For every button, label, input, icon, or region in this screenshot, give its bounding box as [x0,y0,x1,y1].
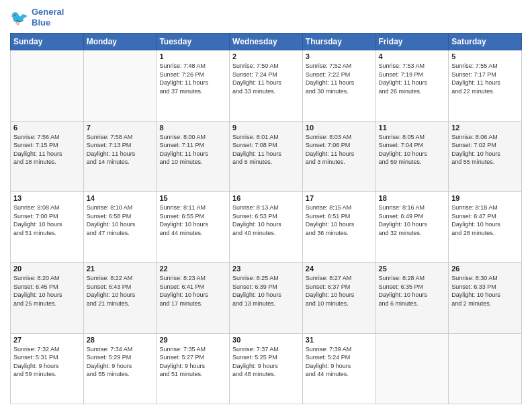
calendar-weekday-header: Sunday [11,34,84,50]
logo-bird-icon: 🐦 [10,8,29,27]
day-number: 28 [87,336,154,344]
day-number: 10 [306,124,373,132]
calendar-week-row: 6Sunrise: 7:56 AM Sunset: 7:15 PM Daylig… [11,121,522,191]
calendar-week-row: 20Sunrise: 8:20 AM Sunset: 6:45 PM Dayli… [11,263,522,333]
day-number: 25 [379,265,446,273]
day-number: 26 [451,265,519,273]
calendar-cell: 13Sunrise: 8:08 AM Sunset: 7:00 PM Dayli… [11,191,84,262]
calendar-cell: 17Sunrise: 8:15 AM Sunset: 6:51 PM Dayli… [302,191,375,262]
calendar-weekday-header: Tuesday [157,34,230,50]
calendar-cell: 2Sunrise: 7:50 AM Sunset: 7:24 PM Daylig… [230,50,303,121]
day-number: 18 [379,194,446,202]
calendar-cell: 18Sunrise: 8:16 AM Sunset: 6:49 PM Dayli… [375,191,449,262]
calendar-header-row: SundayMondayTuesdayWednesdayThursdayFrid… [11,34,522,50]
day-number: 2 [232,52,300,60]
cell-daylight-text: Sunrise: 7:34 AM Sunset: 5:29 PM Dayligh… [87,345,154,379]
calendar-table: SundayMondayTuesdayWednesdayThursdayFrid… [10,33,522,404]
day-number: 6 [13,124,81,132]
calendar-cell: 28Sunrise: 7:34 AM Sunset: 5:29 PM Dayli… [83,333,157,404]
calendar-week-row: 1Sunrise: 7:48 AM Sunset: 7:26 PM Daylig… [11,50,522,121]
calendar-cell: 20Sunrise: 8:20 AM Sunset: 6:45 PM Dayli… [11,263,84,333]
calendar-cell: 21Sunrise: 8:22 AM Sunset: 6:43 PM Dayli… [83,263,157,333]
calendar-cell [83,50,157,121]
day-number: 23 [232,265,300,273]
calendar-week-row: 27Sunrise: 7:32 AM Sunset: 5:31 PM Dayli… [11,333,522,404]
calendar-weekday-header: Wednesday [230,34,303,50]
cell-daylight-text: Sunrise: 8:13 AM Sunset: 6:53 PM Dayligh… [232,203,300,237]
cell-daylight-text: Sunrise: 8:16 AM Sunset: 6:49 PM Dayligh… [379,203,446,237]
calendar-cell: 29Sunrise: 7:35 AM Sunset: 5:27 PM Dayli… [157,333,230,404]
day-number: 22 [159,265,226,273]
logo: 🐦 General Blue [10,7,64,28]
cell-daylight-text: Sunrise: 7:35 AM Sunset: 5:27 PM Dayligh… [159,345,226,379]
cell-daylight-text: Sunrise: 7:52 AM Sunset: 7:22 PM Dayligh… [306,62,373,95]
cell-daylight-text: Sunrise: 8:03 AM Sunset: 7:06 PM Dayligh… [306,133,373,167]
cell-daylight-text: Sunrise: 8:30 AM Sunset: 6:33 PM Dayligh… [451,274,519,308]
calendar-cell: 6Sunrise: 7:56 AM Sunset: 7:15 PM Daylig… [11,121,84,191]
page: 🐦 General Blue SundayMondayTuesdayWednes… [0,0,532,411]
calendar-weekday-header: Saturday [449,34,522,50]
day-number: 12 [451,124,519,132]
cell-daylight-text: Sunrise: 8:00 AM Sunset: 7:11 PM Dayligh… [159,133,226,167]
cell-daylight-text: Sunrise: 7:39 AM Sunset: 5:24 PM Dayligh… [306,345,373,379]
day-number: 7 [87,124,154,132]
cell-daylight-text: Sunrise: 8:28 AM Sunset: 6:35 PM Dayligh… [379,274,446,308]
cell-daylight-text: Sunrise: 7:53 AM Sunset: 7:19 PM Dayligh… [379,62,446,95]
cell-daylight-text: Sunrise: 8:01 AM Sunset: 7:08 PM Dayligh… [232,133,300,167]
calendar-cell: 27Sunrise: 7:32 AM Sunset: 5:31 PM Dayli… [11,333,84,404]
day-number: 3 [306,52,373,60]
calendar-cell: 4Sunrise: 7:53 AM Sunset: 7:19 PM Daylig… [375,50,449,121]
cell-daylight-text: Sunrise: 8:18 AM Sunset: 6:47 PM Dayligh… [451,203,519,237]
calendar-cell: 16Sunrise: 8:13 AM Sunset: 6:53 PM Dayli… [230,191,303,262]
calendar-cell: 7Sunrise: 7:58 AM Sunset: 7:13 PM Daylig… [83,121,157,191]
calendar-cell: 1Sunrise: 7:48 AM Sunset: 7:26 PM Daylig… [157,50,230,121]
cell-daylight-text: Sunrise: 8:10 AM Sunset: 6:58 PM Dayligh… [87,203,154,237]
cell-daylight-text: Sunrise: 8:15 AM Sunset: 6:51 PM Dayligh… [306,203,373,237]
calendar-cell [11,50,84,121]
cell-daylight-text: Sunrise: 7:50 AM Sunset: 7:24 PM Dayligh… [232,62,300,95]
calendar-cell: 14Sunrise: 8:10 AM Sunset: 6:58 PM Dayli… [83,191,157,262]
day-number: 1 [159,52,226,60]
cell-daylight-text: Sunrise: 8:11 AM Sunset: 6:55 PM Dayligh… [159,203,226,237]
cell-daylight-text: Sunrise: 8:20 AM Sunset: 6:45 PM Dayligh… [13,274,81,308]
day-number: 16 [232,194,300,202]
cell-daylight-text: Sunrise: 8:25 AM Sunset: 6:39 PM Dayligh… [232,274,300,308]
logo-text: General Blue [32,7,64,28]
cell-daylight-text: Sunrise: 7:32 AM Sunset: 5:31 PM Dayligh… [13,345,81,379]
day-number: 13 [13,194,81,202]
calendar-cell [375,333,449,404]
day-number: 14 [87,194,154,202]
day-number: 8 [159,124,226,132]
calendar-week-row: 13Sunrise: 8:08 AM Sunset: 7:00 PM Dayli… [11,191,522,262]
day-number: 31 [306,336,373,344]
day-number: 27 [13,336,81,344]
cell-daylight-text: Sunrise: 8:05 AM Sunset: 7:04 PM Dayligh… [379,133,446,167]
day-number: 11 [379,124,446,132]
day-number: 4 [379,52,446,60]
day-number: 30 [232,336,300,344]
day-number: 19 [451,194,519,202]
calendar-cell: 11Sunrise: 8:05 AM Sunset: 7:04 PM Dayli… [375,121,449,191]
calendar-weekday-header: Friday [375,34,449,50]
calendar-cell: 5Sunrise: 7:55 AM Sunset: 7:17 PM Daylig… [449,50,522,121]
calendar-cell: 30Sunrise: 7:37 AM Sunset: 5:25 PM Dayli… [230,333,303,404]
cell-daylight-text: Sunrise: 8:22 AM Sunset: 6:43 PM Dayligh… [87,274,154,308]
cell-daylight-text: Sunrise: 7:48 AM Sunset: 7:26 PM Dayligh… [159,62,226,95]
calendar-cell: 23Sunrise: 8:25 AM Sunset: 6:39 PM Dayli… [230,263,303,333]
calendar-cell: 8Sunrise: 8:00 AM Sunset: 7:11 PM Daylig… [157,121,230,191]
day-number: 17 [306,194,373,202]
calendar-cell: 19Sunrise: 8:18 AM Sunset: 6:47 PM Dayli… [449,191,522,262]
day-number: 9 [232,124,300,132]
day-number: 5 [451,52,519,60]
day-number: 20 [13,265,81,273]
calendar-weekday-header: Monday [83,34,157,50]
cell-daylight-text: Sunrise: 8:08 AM Sunset: 7:00 PM Dayligh… [13,203,81,237]
cell-daylight-text: Sunrise: 8:23 AM Sunset: 6:41 PM Dayligh… [159,274,226,308]
svg-text:🐦: 🐦 [10,8,29,26]
cell-daylight-text: Sunrise: 8:06 AM Sunset: 7:02 PM Dayligh… [451,133,519,167]
cell-daylight-text: Sunrise: 7:56 AM Sunset: 7:15 PM Dayligh… [13,133,81,167]
calendar-cell: 31Sunrise: 7:39 AM Sunset: 5:24 PM Dayli… [302,333,375,404]
calendar-cell [449,333,522,404]
calendar-cell: 3Sunrise: 7:52 AM Sunset: 7:22 PM Daylig… [302,50,375,121]
calendar-cell: 26Sunrise: 8:30 AM Sunset: 6:33 PM Dayli… [449,263,522,333]
